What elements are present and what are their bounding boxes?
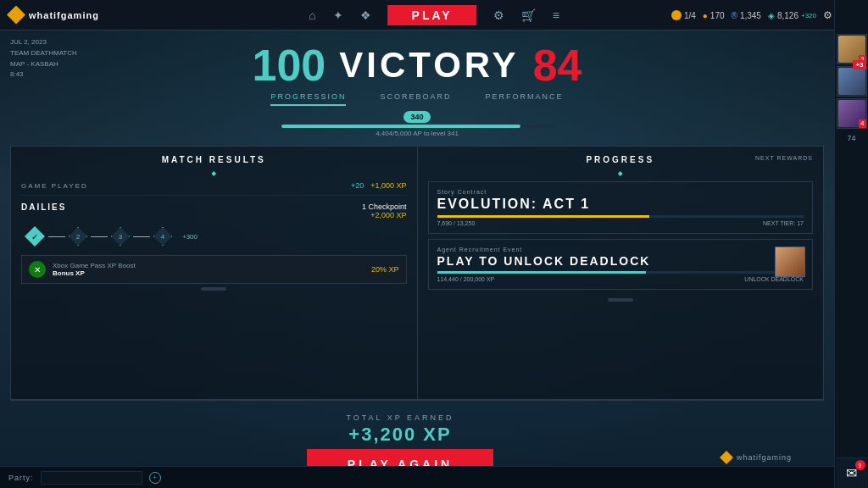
progress-item-1: Story Contract EVOLUTION: ACT 1 7,690 / … <box>428 181 814 234</box>
bottom-logo: whatifgaming <box>720 451 792 464</box>
boost-title: Xbox Game Pass XP Boost <box>53 262 136 269</box>
mail-button[interactable]: ✉ 9 <box>837 458 867 488</box>
topbar: whatifgaming ⌂ ✦ ❖ PLAY ⚙ 🛒 ≡ 1/4 ● 170 … <box>0 0 868 30</box>
xp-value: 8,126 <box>777 11 798 20</box>
progress-meta-1: 7,690 / 13,250 NEXT TIER: 17 <box>437 220 804 226</box>
xp-bar-container: 340 4,404/5,000 AP to level 341 <box>0 111 834 137</box>
dailies-right: 1 Checkpoint +2,000 XP <box>362 202 407 219</box>
boost-row: ✕ Xbox Game Pass XP Boost Bonus XP 20% X… <box>21 255 407 284</box>
xp-currency: ◈ 8,126 +320 <box>768 11 816 20</box>
topbar-currencies: 1/4 ● 170 ® 1,345 ◈ 8,126 +320 ⚙ <box>671 0 832 30</box>
progress-current-2: 114,440 / 200,000 XP <box>437 276 495 282</box>
party-bar: Party: + <box>0 466 834 488</box>
xp-bar-fill <box>281 125 520 128</box>
match-info: JUL 2, 2023 TEAM DEATHMATCH MAP - KASBAH… <box>10 37 77 80</box>
tab-scoreboard[interactable]: SCOREBOARD <box>380 92 451 106</box>
progress-type-2: Agent Recruitment Event <box>437 247 804 252</box>
cp-line-3 <box>133 236 150 237</box>
game-played-values: +20 +1,000 XP <box>351 181 407 190</box>
party-input[interactable] <box>41 471 142 485</box>
progress-type-1: Story Contract <box>437 189 804 195</box>
vp-value: 170 <box>710 11 725 20</box>
score-area: 100 VICTORY 84 PROGRESSION SCOREBOARD PE… <box>0 30 834 137</box>
progress-fill-1 <box>437 215 650 218</box>
coins-currency: 1/4 <box>671 10 696 20</box>
game-played-row: GAME PLAYED +20 +1,000 XP <box>21 181 407 196</box>
coin-fraction: 1/4 <box>684 11 696 20</box>
scroll-hint-progress <box>428 295 814 305</box>
sidebar-number-74: 74 <box>847 130 855 146</box>
divider-icon <box>211 171 216 176</box>
coin-icon <box>671 10 682 20</box>
mission-icon[interactable]: ⚙ <box>493 8 504 22</box>
progress-meta-2: 114,440 / 200,000 XP UNLOCK DEADLOCK <box>437 276 804 282</box>
bottom-logo-diamond-icon <box>720 451 733 464</box>
xp-icon: ◈ <box>768 11 775 20</box>
battlepass-icon[interactable]: ≡ <box>553 8 559 22</box>
sidebar-number-4: 4 <box>859 119 865 128</box>
scroll-bar <box>201 287 226 291</box>
boost-subtitle: Bonus XP <box>53 269 136 277</box>
cp-line-2 <box>91 236 108 237</box>
vp-currency: ● 170 <box>703 11 725 20</box>
main-content: JUL 2, 2023 TEAM DEATHMATCH MAP - KASBAH… <box>0 30 834 488</box>
scroll-hint-results <box>21 284 407 294</box>
sidebar-agent-3[interactable]: 4 <box>837 98 867 129</box>
match-date: JUL 2, 2023 <box>10 37 77 48</box>
progress-tier-1: NEXT TIER: 17 <box>763 220 804 226</box>
next-rewards-label: NEXT REWARDS <box>755 155 813 161</box>
progress-panel: PROGRESS NEXT REWARDS Story Contract EVO… <box>418 146 825 400</box>
xbox-icon: ✕ <box>29 261 46 278</box>
tab-progression[interactable]: PROGRESSION <box>270 92 346 106</box>
mail-badge: 9 <box>855 460 865 470</box>
match-mode: TEAM DEATHMATCH <box>10 48 77 59</box>
score-my: 100 <box>253 43 326 87</box>
vp-icon: ● <box>703 11 708 20</box>
agent-avatar-2 <box>838 68 865 95</box>
match-results-panel: MATCH RESULTS GAME PLAYED +20 +1,000 XP … <box>10 146 418 400</box>
kills-value: +20 <box>351 181 364 190</box>
bottom-bar: TOTAL XP EARNED +3,200 XP <box>0 413 800 446</box>
tab-performance[interactable]: PERFORMANCE <box>486 92 564 106</box>
xp-bar-label: 4,404/5,000 AP to level 341 <box>376 130 459 137</box>
total-xp-label: TOTAL XP EARNED <box>0 413 800 422</box>
party-label: Party: <box>8 474 34 482</box>
home-icon[interactable]: ⌂ <box>309 8 315 22</box>
checkpoint-label: 1 Checkpoint <box>362 202 407 211</box>
cp-line-1 <box>48 236 65 237</box>
xp-delta: +320 <box>801 12 816 19</box>
settings-icon[interactable]: ⚙ <box>823 9 832 21</box>
match-results-title: MATCH RESULTS <box>21 155 407 164</box>
rp-icon: ® <box>732 11 737 20</box>
xp-level-badge: 340 <box>403 111 430 123</box>
game-played-label: GAME PLAYED <box>21 182 88 190</box>
collection-icon[interactable]: ❖ <box>360 8 371 22</box>
rp-currency: ® 1,345 <box>732 11 761 20</box>
progress-current-1: 7,690 / 13,250 <box>437 220 476 226</box>
boost-info: Xbox Game Pass XP Boost Bonus XP <box>53 262 136 277</box>
dailies-row: DAILIES 1 Checkpoint +2,000 XP <box>21 202 407 219</box>
progress-fill-2 <box>437 271 647 274</box>
topbar-left: whatifgaming <box>7 6 99 25</box>
play-button[interactable]: PLAY <box>388 5 476 25</box>
party-add-icon[interactable]: + <box>149 472 161 484</box>
progress-divider-icon <box>618 171 623 176</box>
checkpoint-3: 3 <box>111 227 130 246</box>
sidebar-agent-2[interactable]: +3 <box>837 66 867 97</box>
victory-text: VICTORY <box>339 47 519 83</box>
progress-bar-1 <box>437 215 804 218</box>
xp-bar-track <box>281 125 553 128</box>
progress-title-1: EVOLUTION: ACT 1 <box>437 197 804 212</box>
logo-diamond-icon <box>7 6 25 25</box>
bottom-divider <box>10 400 824 401</box>
sidebar-badge: +3 <box>853 60 865 69</box>
rp-value: 1,345 <box>740 11 761 20</box>
score-row: 100 VICTORY 84 <box>0 43 834 87</box>
score-enemy: 84 <box>533 43 582 87</box>
agents-icon[interactable]: ✦ <box>333 8 343 22</box>
logo-text: whatifgaming <box>29 10 99 20</box>
checkpoint-2: 2 <box>69 227 87 246</box>
settings-area[interactable]: ⚙ <box>823 9 832 21</box>
match-map: MAP - KASBAH <box>10 59 77 70</box>
shop-icon[interactable]: 🛒 <box>521 8 536 22</box>
